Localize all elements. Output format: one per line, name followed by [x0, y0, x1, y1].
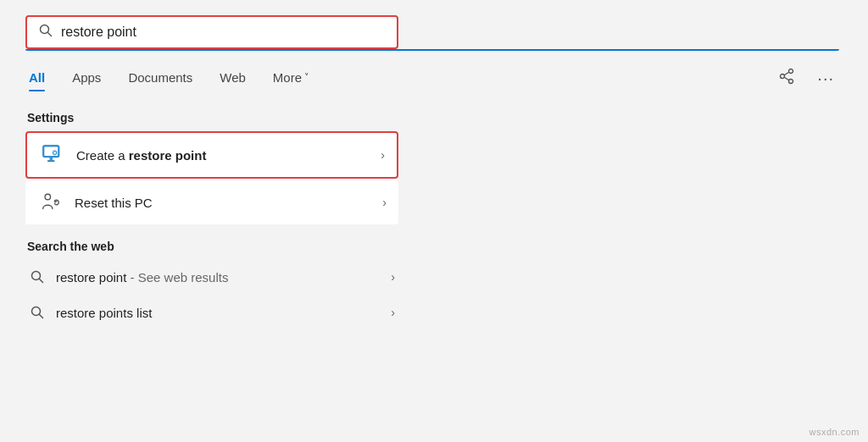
svg-point-4 — [781, 75, 785, 79]
tab-icons-group: ··· — [773, 64, 843, 92]
web-restore-point-text: restore point - See web results — [56, 270, 391, 285]
web-search-icon-2 — [29, 304, 46, 321]
tab-web[interactable]: Web — [206, 65, 259, 91]
search-input[interactable]: restore point — [61, 25, 385, 40]
chevron-right-icon-3: › — [391, 270, 395, 284]
search-bar: restore point — [25, 15, 398, 49]
svg-point-12 — [53, 152, 56, 154]
web-section-label: Search the web — [25, 240, 843, 253]
tab-more[interactable]: More ˅ — [259, 65, 323, 91]
tab-apps[interactable]: Apps — [58, 65, 114, 91]
reset-pc-text: Reset this PC — [75, 196, 376, 210]
reset-pc-item[interactable]: Reset this PC › — [25, 180, 398, 224]
chevron-right-icon-2: › — [382, 196, 387, 209]
chevron-right-icon: › — [381, 148, 385, 162]
settings-section-label: Settings — [25, 111, 843, 124]
create-restore-point-item[interactable]: Create a restore point › — [25, 131, 398, 179]
web-restore-point-item[interactable]: restore point - See web results › — [25, 260, 398, 294]
svg-line-6 — [785, 77, 789, 80]
svg-point-13 — [45, 194, 51, 200]
web-restore-points-list-item[interactable]: restore points list › — [25, 296, 398, 329]
svg-rect-9 — [50, 157, 53, 161]
watermark: wsxdn.com — [809, 427, 860, 437]
tabs-row: All Apps Documents Web More ˅ ··· — [25, 64, 843, 92]
chevron-right-icon-4: › — [391, 306, 395, 319]
more-options-button[interactable]: ··· — [812, 65, 839, 91]
search-underline — [25, 49, 839, 51]
web-restore-points-list-text: restore points list — [56, 306, 391, 320]
main-container: restore point All Apps Documents Web Mor… — [0, 0, 868, 442]
svg-rect-10 — [47, 160, 55, 162]
tab-documents[interactable]: Documents — [114, 65, 206, 91]
create-restore-point-text: Create a restore point — [76, 148, 374, 163]
system-restore-icon — [39, 141, 66, 169]
chevron-down-icon: ˅ — [304, 72, 309, 83]
reset-pc-icon — [37, 189, 64, 216]
svg-line-1 — [48, 33, 52, 36]
tab-all[interactable]: All — [25, 65, 58, 91]
svg-line-15 — [40, 279, 43, 283]
ellipsis-icon: ··· — [817, 69, 834, 87]
svg-point-2 — [789, 69, 793, 74]
svg-line-5 — [785, 72, 789, 75]
web-search-icon-1 — [29, 268, 46, 285]
svg-point-3 — [789, 80, 793, 84]
svg-line-17 — [40, 315, 43, 318]
search-icon — [39, 24, 53, 41]
share-icon-button[interactable] — [773, 64, 800, 92]
search-bar-wrapper: restore point — [25, 15, 843, 49]
